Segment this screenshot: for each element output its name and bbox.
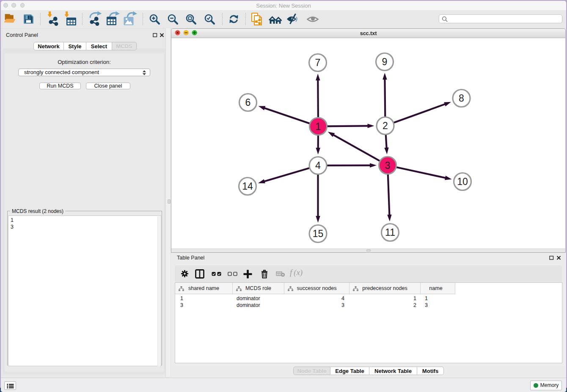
svg-text:8: 8	[459, 93, 464, 104]
svg-text:1: 1	[316, 121, 321, 132]
svg-text:3: 3	[385, 160, 391, 171]
svg-text:6: 6	[245, 97, 251, 108]
svg-text:9: 9	[382, 56, 388, 67]
svg-text:11: 11	[385, 227, 395, 238]
svg-text:2: 2	[383, 120, 388, 131]
svg-text:7: 7	[315, 57, 321, 68]
svg-text:4: 4	[315, 160, 321, 171]
svg-text:15: 15	[313, 228, 324, 239]
svg-text:10: 10	[457, 176, 468, 187]
svg-text:14: 14	[242, 181, 253, 192]
